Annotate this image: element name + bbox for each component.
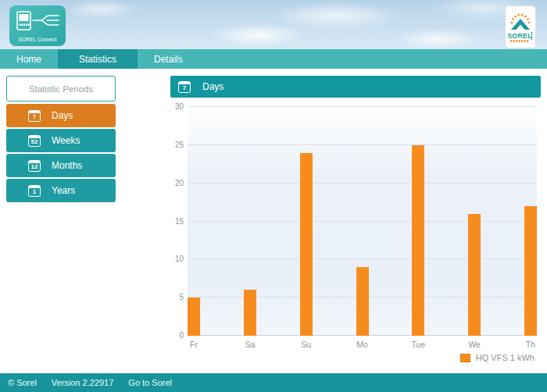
go-to-sorel-link[interactable]: Go to Sorel: [128, 378, 172, 387]
bar-we: [468, 214, 481, 336]
bar-fr: [188, 298, 200, 336]
calendar-icon: 52: [28, 135, 41, 147]
gridline: [188, 258, 537, 259]
y-axis-tick: 20: [175, 180, 184, 187]
main-nav: HomeStatisticsDetails: [0, 49, 547, 69]
bar-mo: [356, 267, 369, 336]
calendar-icon: 7: [178, 81, 191, 93]
bar-chart: 051015202530: [188, 107, 537, 336]
gridline: [188, 144, 537, 145]
period-button-years[interactable]: 1Years: [6, 179, 116, 202]
gridline: [188, 221, 537, 222]
calendar-icon: 1: [28, 185, 41, 197]
bar-sa: [244, 290, 256, 336]
sidebar: Statistic Periods 7Days52Weeks12Months1Y…: [6, 76, 116, 373]
sorel-connect-window: SOREL Connect SOREL HomeStatisticsDetail…: [0, 0, 547, 392]
sorel-connect-app-icon: SOREL Connect: [9, 5, 66, 46]
x-axis-tick: Su: [301, 340, 311, 349]
y-axis-tick: 0: [179, 332, 184, 340]
y-axis-tick: 5: [179, 294, 184, 301]
nav-tab-home[interactable]: Home: [0, 49, 58, 69]
bar-su: [300, 153, 313, 336]
plot-area: 051015202530: [188, 107, 537, 336]
sky-header: SOREL Connect SOREL: [0, 0, 547, 49]
x-axis-tick: Tue: [411, 340, 425, 349]
period-button-months[interactable]: 12Months: [6, 154, 116, 177]
sorel-connect-app-tile[interactable]: SOREL Connect: [9, 5, 66, 46]
period-button-weeks[interactable]: 52Weeks: [6, 129, 116, 152]
svg-text:SOREL: SOREL: [507, 32, 532, 40]
x-axis-tick: Fr: [190, 340, 198, 349]
calendar-icon: 7: [28, 110, 41, 122]
period-button-days[interactable]: 7Days: [6, 104, 116, 127]
y-axis-tick: 25: [175, 141, 184, 149]
footer-copyright: © Sorel: [8, 378, 37, 387]
x-axis-tick: We: [468, 340, 481, 349]
gridline: [188, 183, 537, 184]
chart-legend: HQ VFS 1 kWh: [170, 353, 534, 362]
legend-label: HQ VFS 1 kWh: [476, 353, 534, 362]
gridline: [188, 106, 537, 107]
chart-title: Days: [202, 81, 223, 92]
sorel-logo-icon: SOREL: [505, 5, 536, 48]
svg-text:SOREL Connect: SOREL Connect: [19, 37, 57, 42]
sorel-brand-logo: SOREL: [505, 5, 536, 48]
legend-swatch: [460, 354, 470, 362]
calendar-icon: 12: [28, 160, 41, 172]
chart-panel: 7 Days 051015202530 FrSaSuMoTueWeTh HQ V…: [170, 76, 541, 373]
x-axis-labels: FrSaSuMoTueWeTh: [188, 337, 537, 351]
x-axis-tick: Th: [526, 340, 535, 349]
chart-panel-header: 7 Days: [170, 76, 541, 98]
y-axis-tick: 10: [175, 255, 184, 263]
nav-tab-statistics[interactable]: Statistics: [58, 49, 138, 69]
bar-tue: [412, 145, 424, 336]
bar-th: [524, 206, 537, 336]
x-axis-tick: Sa: [245, 340, 255, 349]
y-axis-tick: 15: [175, 218, 184, 226]
x-axis-tick: Mo: [356, 340, 368, 349]
calendar-badge: 7: [179, 84, 190, 92]
footer-version: Version 2.22917: [52, 378, 114, 387]
y-axis-tick: 30: [175, 103, 184, 111]
statistic-periods-title: Statistic Periods: [6, 76, 116, 102]
content-area: Statistic Periods 7Days52Weeks12Months1Y…: [0, 69, 547, 373]
nav-tab-details[interactable]: Details: [138, 49, 199, 69]
footer: © Sorel Version 2.22917 Go to Sorel: [0, 373, 547, 392]
